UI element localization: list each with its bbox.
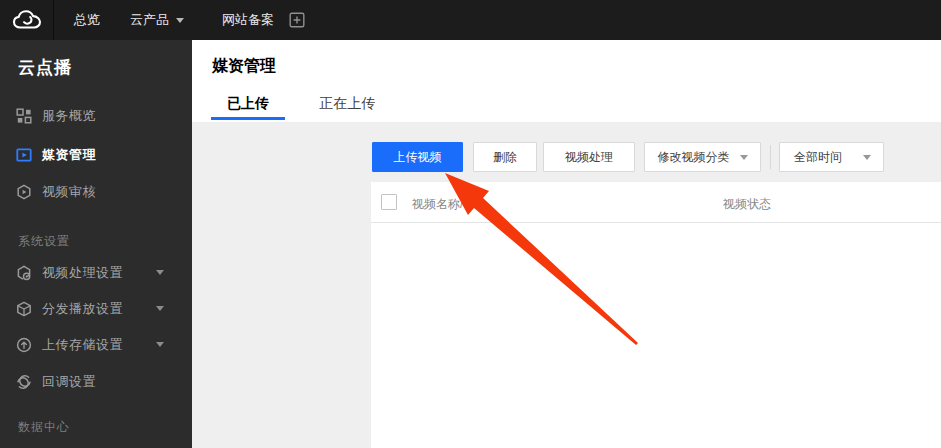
top-nav-bar: 总览 云产品 网站备案 xyxy=(0,0,941,40)
sidebar-item-label: 服务概览 xyxy=(42,107,96,125)
time-filter-value: 全部时间 xyxy=(794,149,842,166)
process-icon xyxy=(16,265,32,281)
sidebar-item-media-management[interactable]: 媒资管理 xyxy=(16,145,184,165)
sidebar: 云点播 服务概览 媒资管理 视频审核 系 xyxy=(0,40,192,448)
column-header-video-name-id: 视频名称/ID xyxy=(412,196,475,213)
sidebar-item-label: 媒资管理 xyxy=(42,146,96,164)
video-process-button[interactable]: 视频处理 xyxy=(543,142,635,172)
sidebar-item-label: 视频处理设置 xyxy=(42,264,123,282)
table-header-row: 视频名称/ID 视频状态 xyxy=(371,182,941,223)
table-body xyxy=(371,224,941,448)
modify-category-dropdown[interactable]: 修改视频分类 xyxy=(644,142,761,172)
grid-icon xyxy=(16,108,32,124)
video-process-label: 视频处理 xyxy=(565,149,613,166)
nav-overview-label: 总览 xyxy=(74,11,100,29)
nav-overview[interactable]: 总览 xyxy=(74,11,100,29)
toolbar-divider xyxy=(770,145,771,169)
sidebar-section-data-center: 数据中心 xyxy=(18,419,70,435)
upload-video-button[interactable]: 上传视频 xyxy=(372,142,463,172)
cube-icon xyxy=(16,301,32,317)
tencent-cloud-logo[interactable] xyxy=(0,0,54,40)
tab-bar: 已上传 正在上传 xyxy=(211,93,377,122)
sidebar-item-service-overview[interactable]: 服务概览 xyxy=(16,106,184,126)
tab-uploaded[interactable]: 已上传 xyxy=(211,93,285,122)
nav-cloud-products-label: 云产品 xyxy=(130,11,169,29)
sidebar-item-upload-storage-settings[interactable]: 上传存储设置 xyxy=(16,335,184,355)
sidebar-item-label: 回调设置 xyxy=(42,373,96,391)
add-shortcut-button[interactable] xyxy=(289,12,305,28)
column-header-video-status: 视频状态 xyxy=(723,196,771,213)
top-nav-items: 总览 云产品 网站备案 xyxy=(54,11,305,29)
plus-square-icon xyxy=(289,12,305,28)
tab-uploading-label: 正在上传 xyxy=(320,95,376,111)
video-play-icon xyxy=(16,147,32,163)
nav-icp-filing-label: 网站备案 xyxy=(222,11,274,29)
select-all-checkbox[interactable] xyxy=(381,194,397,210)
sidebar-product-title: 云点播 xyxy=(18,56,72,79)
time-filter-select[interactable]: 全部时间 xyxy=(779,142,884,172)
sidebar-item-video-review[interactable]: 视频审核 xyxy=(16,182,184,202)
page-title: 媒资管理 xyxy=(212,56,276,77)
content-header: 媒资管理 已上传 正在上传 xyxy=(192,40,941,122)
sidebar-item-video-processing-settings[interactable]: 视频处理设置 xyxy=(16,263,184,283)
delete-button[interactable]: 删除 xyxy=(473,142,537,172)
nav-cloud-products[interactable]: 云产品 xyxy=(130,11,184,29)
chevron-down-icon xyxy=(156,270,164,275)
review-play-icon xyxy=(16,184,32,200)
media-table: 视频名称/ID 视频状态 xyxy=(371,182,941,448)
chevron-down-icon xyxy=(156,342,164,347)
chevron-down-icon xyxy=(176,18,184,23)
sidebar-item-label: 上传存储设置 xyxy=(42,336,123,354)
sidebar-item-label: 分发播放设置 xyxy=(42,300,123,318)
sidebar-item-callback-settings[interactable]: 回调设置 xyxy=(16,372,184,392)
chevron-down-icon xyxy=(740,155,748,160)
chevron-down-icon xyxy=(863,155,871,160)
nav-icp-filing[interactable]: 网站备案 xyxy=(222,11,274,29)
cloud-icon xyxy=(12,9,42,31)
workspace-panel: 上传视频 删除 视频处理 修改视频分类 全部时间 视频名称/ID 视频状态 xyxy=(192,122,941,448)
tab-uploading[interactable]: 正在上传 xyxy=(318,93,377,122)
delete-label: 删除 xyxy=(493,149,517,166)
callback-icon xyxy=(16,374,32,390)
modify-category-label: 修改视频分类 xyxy=(658,149,730,166)
chevron-down-icon xyxy=(156,306,164,311)
upload-circle-icon xyxy=(16,337,32,353)
sidebar-item-label: 视频审核 xyxy=(42,183,96,201)
sidebar-item-distribution-playback-settings[interactable]: 分发播放设置 xyxy=(16,299,184,319)
upload-video-label: 上传视频 xyxy=(394,149,442,166)
sidebar-section-system-settings: 系统设置 xyxy=(18,233,70,249)
tab-uploaded-label: 已上传 xyxy=(227,95,269,111)
